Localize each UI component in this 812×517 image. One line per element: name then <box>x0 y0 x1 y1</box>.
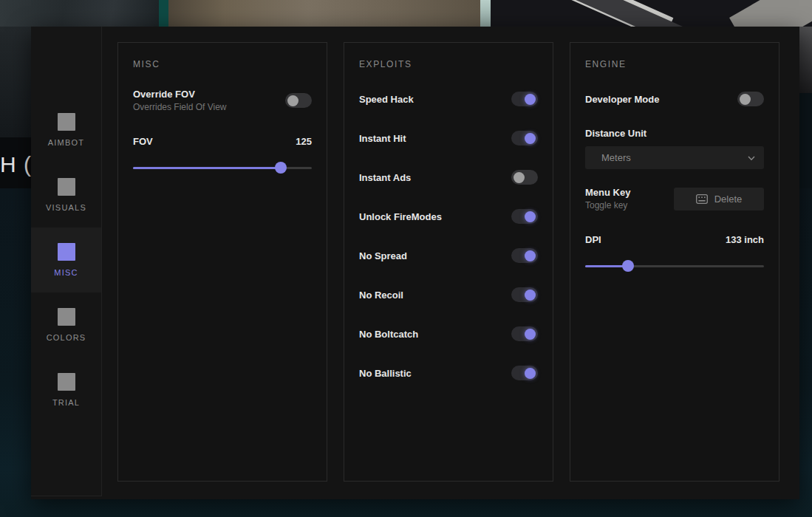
speed-hack-row: Speed Hack <box>359 89 538 109</box>
toggle-knob <box>514 172 525 183</box>
background-screenshot-middle <box>168 0 480 27</box>
fov-row: FOV 125 <box>133 131 312 151</box>
panel-title: ENGINE <box>585 59 764 69</box>
no-boltcatch-row: No Boltcatch <box>359 323 538 344</box>
instant-ads-toggle[interactable] <box>511 170 538 185</box>
sidebar-item-misc[interactable]: MISC <box>31 227 101 292</box>
chevron-down-icon <box>748 154 755 162</box>
fov-value: 125 <box>296 136 312 147</box>
developer-mode-label: Developer Mode <box>585 94 659 105</box>
weapon-shape <box>729 0 812 27</box>
dpi-row: DPI 133 inch <box>585 229 764 250</box>
panel-title: EXPLOITS <box>359 59 538 69</box>
no-spread-row: No Spread <box>359 245 538 266</box>
weapon-shape <box>539 0 723 27</box>
sidebar-item-colors[interactable]: COLORS <box>31 292 101 357</box>
no-boltcatch-toggle[interactable] <box>511 326 538 341</box>
instant-hit-label: Instant Hit <box>359 133 406 144</box>
no-recoil-label: No Recoil <box>359 290 403 301</box>
toggle-knob <box>525 94 536 105</box>
developer-mode-row: Developer Mode <box>585 89 764 109</box>
toggle-knob <box>740 94 751 105</box>
background-screenshot-left <box>0 0 159 27</box>
menu-key-description: Toggle key <box>585 200 630 210</box>
sidebar-item-label: AIMBOT <box>48 138 84 147</box>
no-ballistic-label: No Ballistic <box>359 368 412 379</box>
no-boltcatch-label: No Boltcatch <box>359 329 418 340</box>
menu-key-row: Menu Key Toggle key Delete <box>585 187 764 210</box>
background-right-column <box>799 27 812 93</box>
toggle-knob <box>525 211 536 222</box>
content-area: MISC Override FOV Overrides Field Of Vie… <box>102 27 799 499</box>
sidebar-item-label: VISUALS <box>46 203 86 212</box>
sidebar-item-visuals[interactable]: VISUALS <box>31 162 101 227</box>
keyboard-icon <box>696 194 708 204</box>
speed-hack-toggle[interactable] <box>511 92 538 106</box>
override-fov-label: Override FOV <box>133 89 227 100</box>
menu-key-label: Menu Key <box>585 187 630 198</box>
sidebar-item-aimbot[interactable]: AIMBOT <box>31 97 101 162</box>
fov-slider[interactable] <box>133 162 312 174</box>
dpi-slider[interactable] <box>585 260 764 272</box>
sidebar-item-label: COLORS <box>47 333 86 342</box>
slider-fill <box>133 167 281 169</box>
instant-ads-label: Instant Ads <box>359 172 411 183</box>
menu-key-bind-button[interactable]: Delete <box>674 188 764 210</box>
no-spread-toggle[interactable] <box>511 248 538 263</box>
unlock-firemodes-toggle[interactable] <box>511 209 538 224</box>
fov-slider-thumb[interactable] <box>275 162 287 174</box>
distance-unit-value: Meters <box>601 152 631 163</box>
misc-tab-icon <box>58 243 75 261</box>
dpi-value: 133 inch <box>726 234 764 245</box>
toggle-knob <box>525 250 536 261</box>
developer-mode-toggle[interactable] <box>737 92 764 106</box>
override-fov-toggle[interactable] <box>285 93 312 108</box>
instant-ads-row: Instant Ads <box>359 167 538 188</box>
toggle-knob <box>525 368 536 379</box>
panel-misc: MISC Override FOV Overrides Field Of Vie… <box>117 42 327 482</box>
dpi-slider-thumb[interactable] <box>622 260 634 272</box>
toggle-knob <box>525 133 536 144</box>
aimbot-tab-icon <box>58 113 75 131</box>
sidebar-item-label: TRIAL <box>52 398 80 407</box>
trial-tab-icon <box>58 373 75 391</box>
toggle-knob <box>525 329 536 340</box>
toggle-knob <box>525 290 536 301</box>
sidebar-item-trial[interactable]: TRIAL <box>31 357 101 422</box>
colors-tab-icon <box>58 308 75 326</box>
override-fov-row: Override FOV Overrides Field Of View <box>133 89 312 112</box>
unlock-firemodes-label: Unlock FireModes <box>359 211 442 222</box>
unlock-firemodes-row: Unlock FireModes <box>359 206 538 227</box>
game-hud-text: H (6 <box>0 152 31 177</box>
no-recoil-toggle[interactable] <box>511 287 538 302</box>
toggle-knob <box>287 95 298 106</box>
panel-title: MISC <box>133 59 312 69</box>
distance-unit-label: Distance Unit <box>585 128 764 139</box>
no-spread-label: No Spread <box>359 250 407 261</box>
instant-hit-row: Instant Hit <box>359 128 538 148</box>
no-ballistic-row: No Ballistic <box>359 363 538 383</box>
no-recoil-row: No Recoil <box>359 284 538 305</box>
sidebar: AIMBOT VISUALS MISC COLORS TRIAL <box>31 27 102 496</box>
sidebar-item-label: MISC <box>54 268 78 277</box>
speed-hack-label: Speed Hack <box>359 94 414 105</box>
background-light-strip <box>480 0 491 27</box>
visuals-tab-icon <box>58 178 75 196</box>
instant-hit-toggle[interactable] <box>511 131 538 145</box>
no-ballistic-toggle[interactable] <box>511 366 538 380</box>
override-fov-description: Overrides Field Of View <box>133 102 227 112</box>
panel-engine: ENGINE Developer Mode Distance Unit Mete… <box>570 42 779 482</box>
fov-label: FOV <box>133 136 153 147</box>
background-teal-strip <box>159 0 168 27</box>
cheat-menu-window: AIMBOT VISUALS MISC COLORS TRIAL MISC Ov… <box>31 27 799 499</box>
panel-exploits: EXPLOITS Speed Hack Instant Hit Instant … <box>344 42 553 482</box>
background-screenshot-weapon <box>491 0 812 27</box>
background-left-column <box>0 27 31 137</box>
dpi-label: DPI <box>585 234 601 245</box>
distance-unit-select[interactable]: Meters <box>585 146 764 169</box>
menu-key-bind-label: Delete <box>714 194 743 205</box>
